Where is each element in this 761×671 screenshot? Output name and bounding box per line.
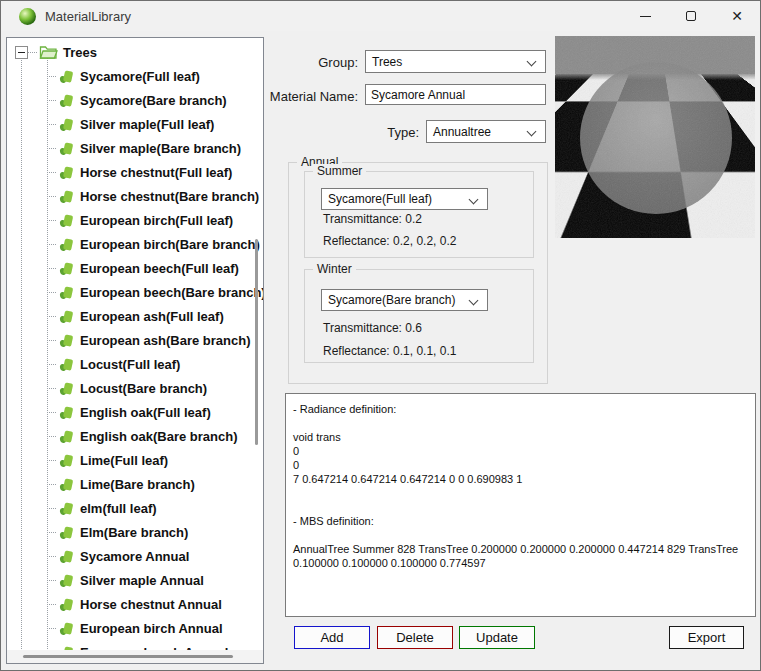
type-select[interactable]: Annualtree [426,120,546,143]
winter-material-select[interactable]: Sycamore(Bare branch) [321,289,488,311]
leaf-icon [58,596,75,613]
tree-item-label: Sycamore(Bare branch) [80,93,227,108]
leaf-icon [58,380,75,397]
material-name-input[interactable] [365,84,546,105]
material-tree-panel: Trees Sycamore(Full leaf) Sycamore(Bare … [6,37,264,664]
tree-item[interactable]: Sycamore(Bare branch) [7,88,263,112]
tree-item[interactable]: Lime(Bare branch) [7,472,263,496]
tree-item[interactable]: elm(full leaf) [7,496,263,520]
tree-item[interactable]: Horse chestnut(Full leaf) [7,160,263,184]
tree-connector [47,148,57,149]
minimize-button[interactable] [622,1,668,31]
leaf-icon [58,68,75,85]
collapse-icon[interactable] [15,46,28,59]
tree-item-label: European ash(Full leaf) [80,309,224,324]
tree-item[interactable]: Lime(Full leaf) [7,448,263,472]
close-icon: ✕ [731,9,743,23]
leaf-icon [58,476,75,493]
tree-connector [47,484,57,485]
tree-item[interactable]: English oak(Full leaf) [7,400,263,424]
tree-item-label: English oak(Full leaf) [80,405,211,420]
winter-material-value: Sycamore(Bare branch) [328,293,455,307]
tree-connector [47,628,57,629]
leaf-icon [58,572,75,589]
tree-item-label: elm(full leaf) [80,501,157,516]
tree-connector [47,172,57,173]
tree-item[interactable]: European birch(Full leaf) [7,208,263,232]
tree-item[interactable]: Elm(Bare branch) [7,520,263,544]
tree-item[interactable]: Sycamore(Full leaf) [7,64,263,88]
tree-item-label: Sycamore Annual [80,549,189,564]
leaf-icon [58,428,75,445]
export-button[interactable]: Export [669,626,744,649]
tree-connector [47,364,57,365]
type-label: Type: [331,125,419,140]
add-button[interactable]: Add [294,626,370,649]
tree-root-item[interactable]: Trees [7,40,263,64]
tree-item-label: Silver maple(Full leaf) [80,117,214,132]
winter-legend: Winter [313,262,356,276]
definition-textbox[interactable]: - Radiance definition: void trans 0 0 7 … [285,393,756,617]
summer-material-select[interactable]: Sycamore(Full leaf) [321,188,488,210]
tree-item-label: European ash(Bare branch) [80,333,251,348]
tree-connector [47,436,57,437]
leaf-icon [58,212,75,229]
tree-item[interactable]: European beech(Full leaf) [7,256,263,280]
tree-item[interactable]: Locust(Full leaf) [7,352,263,376]
tree-connector [47,292,57,293]
tree-horizontal-scrollbar[interactable] [7,650,263,663]
tree-connector [47,244,57,245]
tree-connector [47,124,57,125]
chevron-down-icon [469,195,479,205]
material-name-label: Material Name: [265,89,358,104]
tree-item-label: Locust(Full leaf) [80,357,180,372]
tree-item-label: Elm(Bare branch) [80,525,188,540]
tree-item[interactable]: European beech(Bare branch) [7,280,263,304]
tree-vertical-scrollbar[interactable] [255,239,258,445]
tree-item-label: European birch(Bare branch) [80,237,260,252]
type-select-value: Annualtree [433,125,491,139]
delete-button[interactable]: Delete [377,626,453,649]
maximize-button[interactable] [668,1,714,31]
leaf-icon [58,500,75,517]
titlebar: MaterialLibrary ✕ [1,1,760,31]
tree-connector [47,76,57,77]
tree-item[interactable]: European birch Annual [7,616,263,640]
tree-item[interactable]: English oak(Bare branch) [7,424,263,448]
update-button[interactable]: Update [459,626,535,649]
close-button[interactable]: ✕ [714,1,760,31]
tree-item-label: European beech(Full leaf) [80,261,239,276]
tree-item[interactable]: Silver maple(Full leaf) [7,112,263,136]
summer-transmittance: Transmittance: 0.2 [323,212,422,226]
tree-item-label: English oak(Bare branch) [80,429,237,444]
tree-item[interactable]: European birch(Bare branch) [7,232,263,256]
leaf-icon [58,116,75,133]
tree-item[interactable]: Horse chestnut(Bare branch) [7,184,263,208]
group-select-value: Trees [372,55,402,69]
tree-connector [47,340,57,341]
tree-item[interactable]: Silver maple Annual [7,568,263,592]
summer-reflectance: Reflectance: 0.2, 0.2, 0.2 [323,234,456,248]
window-title: MaterialLibrary [45,9,131,24]
tree-connector [47,508,57,509]
tree-item[interactable]: Locust(Bare branch) [7,376,263,400]
leaf-icon [58,236,75,253]
tree-item[interactable]: Horse chestnut Annual [7,592,263,616]
tree-horizontal-scroll-thumb[interactable] [23,655,233,658]
leaf-icon [58,140,75,157]
tree-item[interactable]: European ash(Full leaf) [7,304,263,328]
app-icon [19,8,36,25]
leaf-icon [58,548,75,565]
tree-connector [47,604,57,605]
tree-connector [47,268,57,269]
tree-item[interactable]: European ash(Bare branch) [7,328,263,352]
tree-item[interactable]: Sycamore Annual [7,544,263,568]
tree-connector [47,580,57,581]
tree-item[interactable]: Silver maple(Bare branch) [7,136,263,160]
tree-connector [47,532,57,533]
leaf-icon [58,620,75,637]
tree-item-label: Horse chestnut(Bare branch) [80,189,259,204]
tree-rows: Trees Sycamore(Full leaf) Sycamore(Bare … [7,40,263,664]
leaf-icon [58,188,75,205]
group-select[interactable]: Trees [365,50,546,73]
